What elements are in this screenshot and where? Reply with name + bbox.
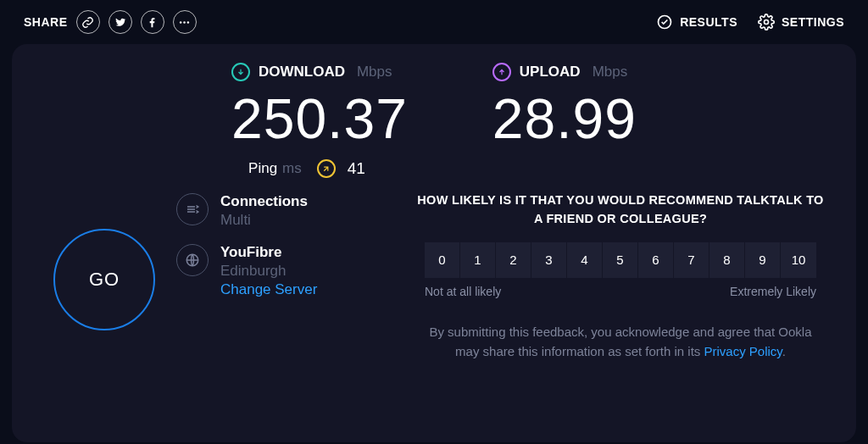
svg-point-1 (183, 21, 186, 24)
download-unit: Mbps (357, 64, 392, 80)
upload-metric: UPLOAD Mbps 28.99 (492, 63, 637, 151)
upload-label: UPLOAD (520, 64, 581, 80)
main-card: DOWNLOAD Mbps 250.37 UPLOAD Mbps 28.99 P… (12, 44, 856, 442)
scale-low-label: Not at all likely (425, 285, 501, 298)
scale-high-label: Extremely Likely (730, 285, 816, 298)
results-button[interactable]: RESULTS (656, 14, 737, 31)
download-icon (231, 63, 250, 81)
svg-point-0 (180, 21, 182, 24)
upload-value: 28.99 (492, 86, 637, 151)
isp-name: YouFibre (220, 244, 317, 261)
globe-icon (176, 244, 209, 276)
survey: HOW LIKELY IS IT THAT YOU WOULD RECOMMEN… (414, 190, 827, 361)
lower-section: GO Connections Multi YouFibre Edinbu (41, 190, 827, 361)
settings-label: SETTINGS (782, 15, 844, 29)
scale-5[interactable]: 5 (603, 242, 638, 278)
scale-3[interactable]: 3 (531, 242, 567, 278)
go-text: GO (89, 269, 120, 291)
scale-labels: Not at all likely Extremely Likely (425, 285, 816, 298)
ping-icon (317, 159, 336, 178)
scale-2[interactable]: 2 (496, 242, 531, 278)
ping-value: 41 (348, 159, 365, 178)
go-button[interactable]: GO (53, 229, 155, 330)
scale-6[interactable]: 6 (638, 242, 674, 278)
connections-item: Connections Multi (176, 193, 414, 229)
svg-point-4 (764, 20, 768, 25)
disclaimer-suffix: . (782, 344, 786, 358)
survey-disclaimer: By submitting this feedback, you acknowl… (417, 322, 824, 362)
privacy-link[interactable]: Privacy Policy (704, 344, 782, 358)
download-value: 250.37 (231, 86, 408, 151)
ping-label: Ping (248, 160, 277, 177)
metrics-row: DOWNLOAD Mbps 250.37 UPLOAD Mbps 28.99 (41, 63, 827, 151)
share-more-icon[interactable] (173, 10, 197, 34)
share-label: SHARE (24, 15, 68, 29)
results-label: RESULTS (680, 15, 737, 29)
download-label: DOWNLOAD (259, 64, 345, 80)
survey-question: HOW LIKELY IS IT THAT YOU WOULD RECOMMEN… (414, 191, 827, 229)
ping-unit: ms (282, 160, 302, 177)
server-location: Edinburgh (220, 263, 317, 280)
share-link-icon[interactable] (76, 10, 100, 34)
scale-7[interactable]: 7 (674, 242, 709, 278)
scale-8[interactable]: 8 (709, 242, 745, 278)
connections-title: Connections (220, 193, 308, 210)
share-twitter-icon[interactable] (108, 10, 132, 34)
ping-row: Ping ms 41 (0, 159, 827, 178)
scale-9[interactable]: 9 (745, 242, 781, 278)
upload-icon (492, 63, 511, 81)
scale-4[interactable]: 4 (567, 242, 603, 278)
right-actions: RESULTS SETTINGS (656, 14, 844, 31)
connections-icon (176, 193, 209, 225)
share-group: SHARE (24, 10, 197, 34)
upload-unit: Mbps (593, 64, 628, 80)
survey-scale: 0 1 2 3 4 5 6 7 8 9 10 (425, 242, 816, 278)
connections-value: Multi (220, 212, 308, 229)
scale-1[interactable]: 1 (460, 242, 496, 278)
scale-10[interactable]: 10 (781, 242, 816, 278)
scale-0[interactable]: 0 (425, 242, 460, 278)
change-server-link[interactable]: Change Server (220, 281, 317, 298)
topbar: SHARE RESULTS SETTINGS (0, 0, 868, 37)
settings-button[interactable]: SETTINGS (758, 14, 844, 31)
svg-point-2 (187, 21, 190, 24)
download-metric: DOWNLOAD Mbps 250.37 (231, 63, 408, 151)
share-facebook-icon[interactable] (141, 10, 164, 34)
server-info: Connections Multi YouFibre Edinburgh Cha… (168, 190, 414, 361)
server-item: YouFibre Edinburgh Change Server (176, 244, 414, 298)
